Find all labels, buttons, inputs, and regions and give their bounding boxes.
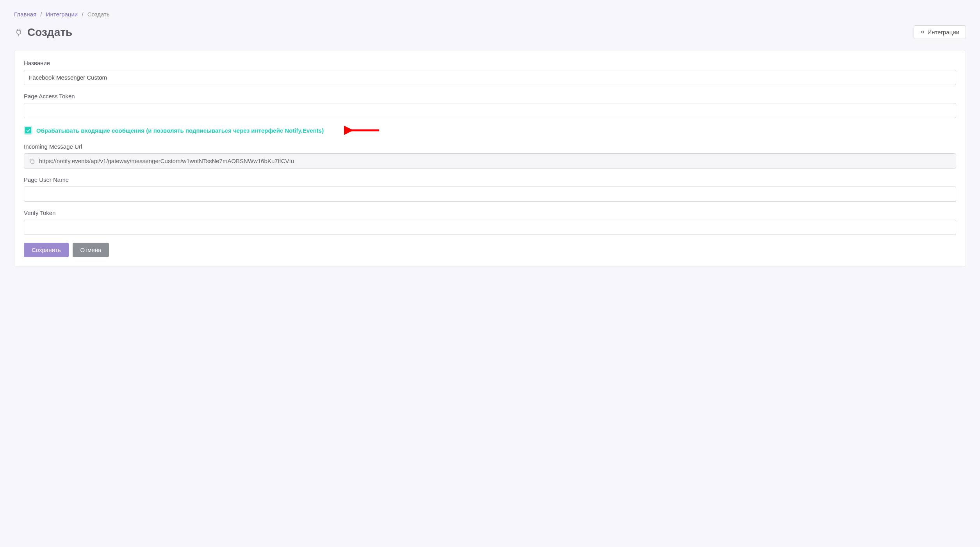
- verify-token-input[interactable]: [24, 220, 956, 235]
- back-button-label: Интеграции: [927, 29, 959, 36]
- breadcrumb-sep: /: [40, 11, 42, 18]
- page-user-name-input[interactable]: [24, 186, 956, 202]
- breadcrumb-integrations[interactable]: Интеграции: [46, 11, 78, 18]
- name-input[interactable]: [24, 70, 956, 85]
- chevron-double-left-icon: [920, 29, 925, 36]
- cancel-button[interactable]: Отмена: [73, 243, 109, 257]
- incoming-url-value: https://notify.events/api/v1/gateway/mes…: [39, 158, 294, 164]
- incoming-url-label: Incoming Message Url: [24, 143, 956, 150]
- incoming-url-field[interactable]: https://notify.events/api/v1/gateway/mes…: [24, 153, 956, 169]
- page-title: Создать: [14, 26, 72, 39]
- save-button[interactable]: Сохранить: [24, 243, 69, 257]
- back-to-integrations-button[interactable]: Интеграции: [914, 25, 966, 39]
- verify-token-label: Verify Token: [24, 210, 956, 216]
- page-access-token-input[interactable]: [24, 103, 956, 118]
- form-card: Название Page Access Token Обрабатывать …: [14, 50, 966, 267]
- page-title-text: Создать: [27, 26, 72, 39]
- page-user-name-label: Page User Name: [24, 176, 956, 183]
- name-label: Название: [24, 60, 956, 66]
- breadcrumb-current: Создать: [87, 11, 110, 18]
- page-access-token-label: Page Access Token: [24, 93, 956, 99]
- incoming-checkbox[interactable]: [24, 126, 32, 135]
- breadcrumb-sep: /: [82, 11, 83, 18]
- arrow-annotation-icon: [344, 124, 383, 137]
- copy-icon[interactable]: [29, 158, 35, 164]
- svg-rect-2: [31, 160, 34, 163]
- breadcrumb: Главная / Интеграции / Создать: [14, 11, 966, 18]
- incoming-checkbox-label[interactable]: Обрабатывать входящие сообщения (и позво…: [36, 127, 324, 134]
- breadcrumb-home[interactable]: Главная: [14, 11, 36, 18]
- plug-icon: [14, 28, 23, 37]
